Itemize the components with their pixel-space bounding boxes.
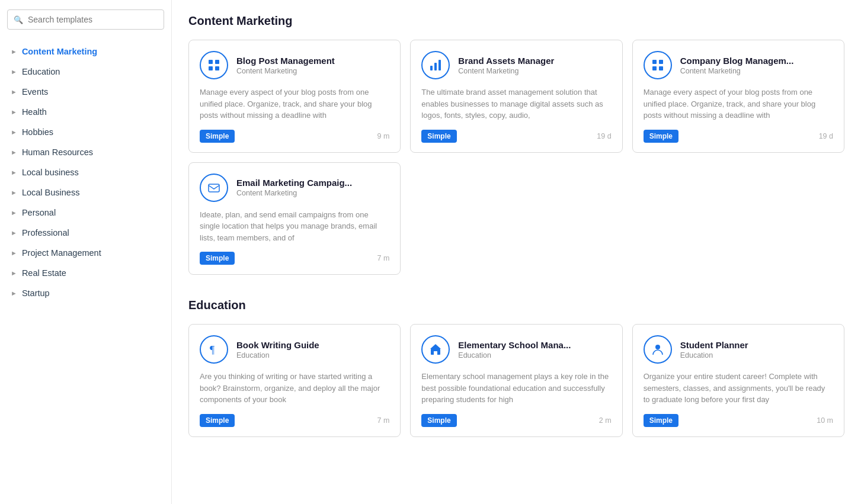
badge-simple-email-marketing[interactable]: Simple [200, 252, 235, 265]
svg-rect-9 [652, 66, 657, 70]
card-footer-email-marketing: Simple 7 m [200, 252, 389, 265]
search-box[interactable]: 🔍 [7, 9, 164, 30]
nav-label-content-marketing: Content Marketing [22, 47, 97, 56]
card-header-book-writing-guide: ¶ Book Writing Guide Education [200, 335, 389, 364]
card-footer-student-planner: Simple 10 m [644, 414, 833, 427]
badge-simple-elementary-school[interactable]: Simple [421, 414, 456, 427]
sidebar-item-hobbies[interactable]: ►Hobbies [7, 122, 164, 142]
nav-list: ►Content Marketing►Education►Events►Heal… [7, 41, 164, 303]
card-student-planner[interactable]: Student Planner Education Organize your … [632, 324, 844, 437]
card-title-wrap-email-marketing: Email Marketing Campaig... Content Marke… [236, 178, 352, 197]
card-blog-post-mgmt[interactable]: Blog Post Management Content Marketing M… [188, 40, 401, 153]
card-brand-assets-mgr[interactable]: Brand Assets Manager Content Marketing T… [410, 40, 622, 153]
card-desc-company-blog-mgr: Manage every aspect of your blog posts f… [644, 86, 833, 121]
grid-icon [200, 51, 228, 79]
sidebar-item-personal[interactable]: ►Personal [7, 203, 164, 223]
card-footer-brand-assets-mgr: Simple 19 d [421, 130, 611, 143]
card-title-wrap-elementary-school: Elementary School Mana... Education [458, 340, 571, 359]
card-category-email-marketing: Content Marketing [236, 189, 352, 197]
svg-rect-8 [659, 60, 663, 64]
svg-rect-10 [659, 66, 663, 70]
nav-label-startup: Startup [22, 288, 50, 298]
search-input[interactable] [28, 15, 158, 24]
sidebar-item-local-business-2[interactable]: ►Local Business [7, 182, 164, 203]
svg-point-16 [655, 345, 660, 349]
sidebar-item-education[interactable]: ►Education [7, 62, 164, 82]
nav-label-human-resources: Human Resources [22, 147, 93, 157]
card-category-student-planner: Education [680, 351, 748, 359]
nav-label-hobbies: Hobbies [22, 127, 53, 137]
card-book-writing-guide[interactable]: ¶ Book Writing Guide Education Are you t… [188, 324, 401, 437]
card-title-wrap-company-blog-mgr: Company Blog Managem... Content Marketin… [680, 56, 794, 75]
card-time-blog-post-mgmt: 9 m [377, 132, 389, 140]
section-title-education-section: Education [188, 298, 844, 312]
card-company-blog-mgr[interactable]: Company Blog Managem... Content Marketin… [632, 40, 844, 153]
card-desc-brand-assets-mgr: The ultimate brand asset management solu… [421, 86, 611, 121]
card-elementary-school[interactable]: Elementary School Mana... Education Elem… [410, 324, 622, 437]
svg-rect-0 [209, 60, 213, 64]
sidebar-item-human-resources[interactable]: ►Human Resources [7, 142, 164, 162]
card-category-elementary-school: Education [458, 351, 571, 359]
card-footer-company-blog-mgr: Simple 19 d [644, 130, 833, 143]
sidebar-item-events[interactable]: ►Events [7, 82, 164, 102]
card-email-marketing[interactable]: Email Marketing Campaig... Content Marke… [188, 162, 401, 275]
card-title-book-writing-guide: Book Writing Guide [236, 340, 319, 350]
card-category-blog-post-mgmt: Content Marketing [236, 67, 335, 75]
svg-rect-4 [430, 66, 433, 70]
paragraph-icon: ¶ [200, 335, 228, 364]
card-header-student-planner: Student Planner Education [644, 335, 833, 364]
svg-rect-1 [215, 60, 219, 64]
card-time-elementary-school: 2 m [599, 416, 612, 425]
badge-simple-brand-assets-mgr[interactable]: Simple [421, 130, 456, 143]
card-category-company-blog-mgr: Content Marketing [680, 67, 794, 75]
card-time-student-planner: 10 m [817, 416, 833, 425]
person-icon [644, 335, 672, 364]
sidebar-item-local-business-1[interactable]: ►Local business [7, 162, 164, 182]
nav-arrow-startup: ► [11, 290, 17, 297]
card-title-elementary-school: Elementary School Mana... [458, 340, 571, 350]
card-title-brand-assets-mgr: Brand Assets Manager [458, 56, 554, 66]
card-footer-book-writing-guide: Simple 7 m [200, 414, 389, 427]
nav-label-professional: Professional [22, 228, 69, 237]
chart-icon [421, 51, 450, 79]
sidebar-item-project-management[interactable]: ►Project Management [7, 243, 164, 263]
sidebar-item-content-marketing[interactable]: ►Content Marketing [7, 41, 164, 62]
card-title-wrap-brand-assets-mgr: Brand Assets Manager Content Marketing [458, 56, 554, 75]
card-time-company-blog-mgr: 19 d [819, 132, 833, 140]
badge-simple-company-blog-mgr[interactable]: Simple [644, 130, 678, 143]
nav-arrow-local-business-1: ► [11, 169, 17, 176]
card-category-brand-assets-mgr: Content Marketing [458, 67, 554, 75]
sidebar-item-startup[interactable]: ►Startup [7, 283, 164, 303]
svg-rect-5 [434, 63, 437, 70]
nav-arrow-personal: ► [11, 209, 17, 216]
cards-grid-content-marketing-section: Blog Post Management Content Marketing M… [188, 40, 844, 275]
section-education-section: Education ¶ Book Writing Guide Education… [188, 298, 844, 437]
card-title-blog-post-mgmt: Blog Post Management [236, 56, 335, 66]
nav-arrow-project-management: ► [11, 249, 17, 256]
sidebar-item-real-estate[interactable]: ►Real Estate [7, 263, 164, 283]
section-content-marketing-section: Content Marketing Blog Post Management C… [188, 14, 844, 275]
badge-simple-blog-post-mgmt[interactable]: Simple [200, 130, 235, 143]
card-time-email-marketing: 7 m [377, 254, 389, 262]
search-icon: 🔍 [14, 15, 23, 24]
card-desc-book-writing-guide: Are you thinking of writing or have star… [200, 371, 389, 406]
sidebar-item-health[interactable]: ►Health [7, 102, 164, 122]
badge-simple-book-writing-guide[interactable]: Simple [200, 414, 235, 427]
card-title-wrap-book-writing-guide: Book Writing Guide Education [236, 340, 319, 359]
nav-arrow-events: ► [11, 88, 17, 95]
main-content: Content Marketing Blog Post Management C… [172, 0, 861, 504]
cards-grid-education-section: ¶ Book Writing Guide Education Are you t… [188, 324, 844, 437]
card-title-student-planner: Student Planner [680, 340, 748, 350]
nav-arrow-education: ► [11, 68, 17, 75]
nav-arrow-hobbies: ► [11, 129, 17, 136]
svg-text:¶: ¶ [210, 344, 215, 356]
card-desc-blog-post-mgmt: Manage every aspect of your blog posts f… [200, 86, 389, 121]
svg-rect-3 [215, 66, 219, 70]
card-time-brand-assets-mgr: 19 d [597, 132, 611, 140]
badge-simple-student-planner[interactable]: Simple [644, 414, 678, 427]
card-header-elementary-school: Elementary School Mana... Education [421, 335, 611, 364]
sidebar-item-professional[interactable]: ►Professional [7, 223, 164, 243]
section-title-content-marketing-section: Content Marketing [188, 14, 844, 28]
nav-label-real-estate: Real Estate [22, 268, 66, 278]
svg-rect-11 [209, 184, 219, 192]
